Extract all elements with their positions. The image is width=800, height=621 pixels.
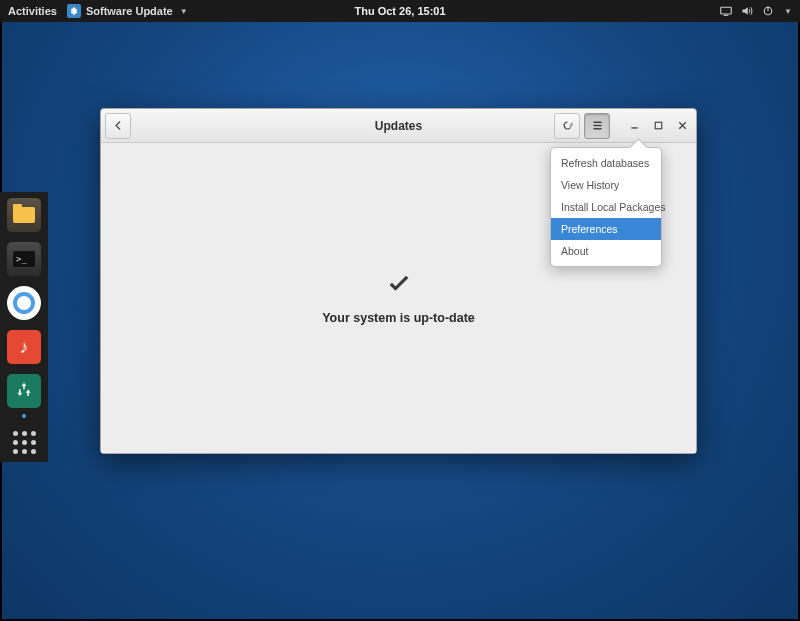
checkmark-icon	[385, 271, 413, 303]
system-status-area[interactable]: ▼	[719, 5, 792, 18]
dock-running-indicator	[7, 414, 41, 418]
chromium-icon	[13, 292, 35, 314]
app-menu[interactable]: Software Update ▼	[67, 4, 188, 18]
dock-item-app-grid[interactable]	[10, 428, 38, 456]
svg-rect-4	[655, 122, 662, 129]
hamburger-popover: Refresh databases View History Install L…	[550, 147, 662, 267]
back-button[interactable]	[105, 113, 131, 139]
activities-button[interactable]: Activities	[8, 5, 57, 17]
update-icon	[14, 381, 34, 401]
updates-window: Updates Your system is up-to-date	[100, 108, 697, 454]
folder-icon	[13, 207, 35, 223]
music-icon: ♪	[20, 337, 29, 358]
maximize-icon	[652, 119, 665, 132]
menu-item-view-history[interactable]: View History	[551, 174, 661, 196]
menu-item-preferences[interactable]: Preferences	[551, 218, 661, 240]
window-title: Updates	[375, 119, 422, 133]
menu-item-about[interactable]: About	[551, 240, 661, 262]
terminal-icon	[13, 251, 35, 267]
screen-icon	[719, 5, 732, 18]
dock-item-files[interactable]	[7, 198, 41, 232]
dock: ♪	[0, 192, 48, 462]
minimize-icon	[628, 119, 641, 132]
hamburger-icon	[591, 119, 604, 132]
svg-rect-0	[720, 7, 731, 14]
app-menu-icon	[67, 4, 81, 18]
maximize-button[interactable]	[648, 116, 668, 136]
close-button[interactable]	[672, 116, 692, 136]
svg-rect-1	[723, 15, 728, 16]
menu-item-refresh-databases[interactable]: Refresh databases	[551, 152, 661, 174]
refresh-button[interactable]	[554, 113, 580, 139]
chevron-left-icon	[112, 119, 125, 132]
dock-item-chromium[interactable]	[7, 286, 41, 320]
hamburger-menu-button[interactable]	[584, 113, 610, 139]
top-bar: Activities Software Update ▼ Thu Oct 26,…	[0, 0, 800, 22]
dock-item-terminal[interactable]	[7, 242, 41, 276]
minimize-button[interactable]	[624, 116, 644, 136]
power-icon	[761, 5, 774, 18]
close-icon	[676, 119, 689, 132]
clock[interactable]: Thu Oct 26, 15:01	[354, 5, 445, 17]
dock-item-music[interactable]: ♪	[7, 330, 41, 364]
chevron-down-icon: ▼	[180, 7, 188, 16]
chevron-down-icon: ▼	[784, 7, 792, 16]
refresh-icon	[561, 119, 574, 132]
volume-icon	[740, 5, 753, 18]
status-message: Your system is up-to-date	[322, 311, 475, 325]
titlebar[interactable]: Updates	[101, 109, 696, 143]
dock-item-software-update[interactable]	[7, 374, 41, 408]
menu-item-install-local-packages[interactable]: Install Local Packages	[551, 196, 661, 218]
app-menu-label: Software Update	[86, 5, 173, 17]
